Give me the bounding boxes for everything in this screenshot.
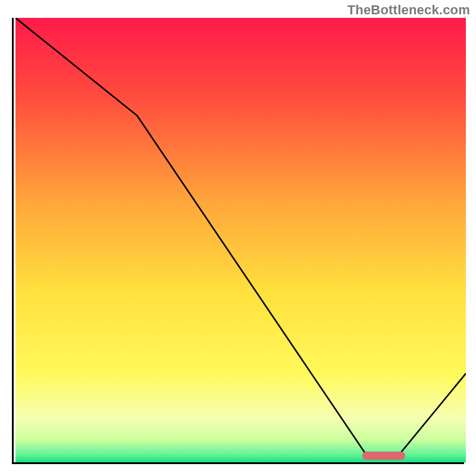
bottleneck-curve [15,18,466,462]
attribution-text: TheBottleneck.com [347,2,470,18]
bottleneck-chart: TheBottleneck.com [0,0,476,476]
optimal-range-marker [362,452,405,460]
plot-frame [12,18,464,464]
